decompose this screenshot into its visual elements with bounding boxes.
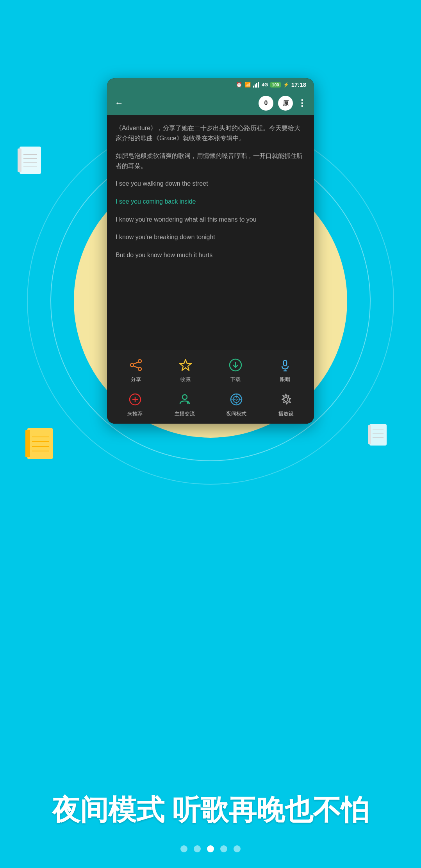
svg-rect-0: [20, 147, 41, 174]
notebook-deco-bottom-right: [366, 422, 390, 449]
notebook-deco-bottom-left: [23, 426, 59, 465]
favorite-button[interactable]: 收藏: [177, 356, 194, 383]
svg-rect-17: [253, 86, 254, 88]
more-button[interactable]: ⋮: [298, 98, 306, 108]
recommend-label: 来推荐: [127, 410, 143, 417]
status-time: 17:18: [291, 81, 306, 88]
svg-rect-6: [27, 428, 53, 459]
svg-rect-12: [369, 424, 387, 446]
nightmode-label: 夜间模式: [226, 410, 246, 417]
host-label: 主播交流: [175, 410, 195, 417]
svg-point-21: [138, 360, 141, 363]
star-icon: [177, 356, 194, 374]
wifi-icon: 📶: [244, 82, 251, 88]
svg-rect-13: [368, 425, 371, 444]
lyric-line-3: I know you're wondering what all this me…: [116, 215, 305, 225]
singalong-button[interactable]: 跟唱: [277, 356, 294, 383]
pagination-dot-3-active[interactable]: [207, 845, 214, 852]
lyric-line-1: I see you walking down the street: [116, 179, 305, 189]
notebook-deco-left: [16, 145, 47, 180]
nightmode-button[interactable]: 夜间模式: [226, 391, 246, 417]
svg-point-36: [187, 401, 189, 404]
lyric-line-4: I know you're breaking down tonight: [116, 232, 305, 242]
battery-indicator: 100: [270, 82, 280, 88]
signal-icon: [253, 82, 259, 88]
original-badge[interactable]: 原: [278, 96, 293, 111]
host-button[interactable]: 主播交流: [175, 391, 195, 417]
download-label: 下载: [230, 376, 241, 383]
lyric-line-5: But do you know how much it hurts: [116, 250, 305, 260]
bottom-promo-text: 夜间模式 听歌再晚也不怕: [0, 791, 421, 829]
pagination-dot-1[interactable]: [180, 845, 187, 852]
svg-point-35: [182, 395, 187, 399]
microphone-icon: [277, 356, 294, 374]
svg-rect-29: [284, 360, 287, 366]
download-icon: [227, 356, 244, 374]
action-row: 分享 收藏 下载: [107, 350, 314, 387]
phone-mockup: ⏰ 📶 4G 100 ⚡ 17:18 ← 0 原 ⋮: [107, 78, 314, 424]
moon-icon: [228, 391, 245, 408]
lyrics-content: 《Adventure》，分享了她在二十岁出头时的心路历程。今天要给大家介绍的歌曲…: [107, 115, 314, 350]
svg-rect-1: [18, 149, 21, 172]
lyric-line-2-highlighted: I see you coming back inside: [116, 197, 305, 207]
favorite-label: 收藏: [180, 376, 191, 383]
svg-rect-18: [255, 84, 256, 88]
pagination-dot-5[interactable]: [234, 845, 241, 852]
person-icon: [176, 391, 193, 408]
status-icons: ⏰ 📶 4G 100 ⚡ 17:18: [236, 81, 306, 88]
intro-text: 《Adventure》，分享了她在二十岁出头时的心路历程。今天要给大家介绍的歌曲…: [116, 123, 305, 143]
recommend-button[interactable]: 来推荐: [127, 391, 144, 417]
pagination-dot-4[interactable]: [220, 845, 227, 852]
svg-marker-26: [180, 360, 191, 370]
svg-rect-19: [256, 83, 257, 88]
bottom-bar: 来推荐 主播交流: [107, 387, 314, 424]
back-button[interactable]: ←: [115, 98, 123, 108]
status-bar: ⏰ 📶 4G 100 ⚡ 17:18: [107, 78, 314, 91]
pagination-dots: [180, 845, 241, 852]
svg-point-22: [130, 363, 134, 367]
alarm-icon: ⏰: [236, 82, 242, 88]
app-header: ← 0 原 ⋮: [107, 91, 314, 115]
share-icon: [127, 356, 144, 374]
svg-rect-7: [25, 430, 30, 457]
svg-line-25: [133, 366, 138, 368]
description-text: 如肥皂泡般柔软清爽的歌词，用慵懒的嗓音哼唱，一开口就能抓住听者的耳朵。: [116, 151, 305, 171]
gear-icon: [277, 391, 294, 408]
charging-icon: ⚡: [283, 82, 289, 88]
pagination-dot-2[interactable]: [194, 845, 201, 852]
svg-rect-20: [258, 82, 259, 88]
playback-button[interactable]: 播放设: [277, 391, 294, 417]
svg-line-24: [133, 362, 138, 364]
svg-point-23: [138, 367, 141, 370]
header-controls: 0 原 ⋮: [259, 96, 306, 111]
download-button[interactable]: 下载: [227, 356, 244, 383]
playback-label: 播放设: [278, 410, 294, 417]
singalong-label: 跟唱: [280, 376, 290, 383]
share-button[interactable]: 分享: [127, 356, 144, 383]
count-badge[interactable]: 0: [259, 96, 273, 111]
share-label: 分享: [131, 376, 141, 383]
plus-icon: [127, 391, 144, 408]
network-badge: 4G: [262, 82, 268, 88]
